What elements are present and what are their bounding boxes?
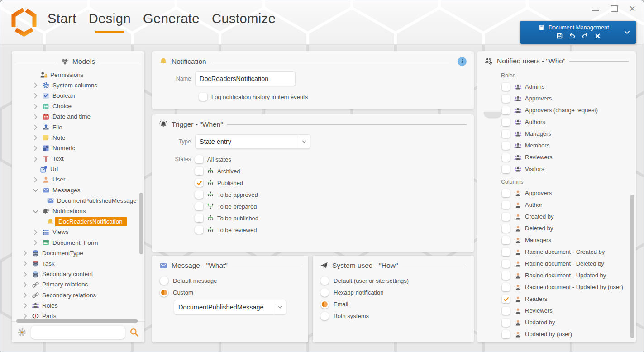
tree-item-views[interactable]: Views (12, 227, 144, 238)
tree-item-url[interactable]: Url (12, 164, 144, 175)
notified-users-header: Notified users - "Who" (477, 51, 636, 65)
undo-icon[interactable] (569, 33, 576, 39)
system-radio[interactable] (320, 312, 329, 320)
column-checkbox[interactable] (502, 236, 510, 244)
role-checkbox[interactable] (502, 165, 510, 173)
column-checkbox[interactable] (502, 330, 510, 338)
message-dropdown[interactable]: DocumentPublishedMessage (174, 300, 286, 314)
tree-item-user[interactable]: User (12, 175, 144, 185)
tree-item-file[interactable]: File (12, 122, 144, 133)
tree-item-roles[interactable]: Roles (12, 300, 144, 311)
tree-item-label: User (52, 175, 68, 184)
tree-item-task[interactable]: Task (12, 258, 144, 269)
column-checkbox[interactable] (502, 201, 510, 209)
tree-item-notifications[interactable]: Notifications (12, 206, 144, 216)
search-input[interactable] (31, 326, 125, 339)
tree-item-primary-relations[interactable]: Primary relations (12, 280, 144, 290)
tree-item-messages[interactable]: Messages (12, 185, 144, 195)
person-icon (514, 260, 522, 268)
column-checkbox[interactable] (502, 319, 510, 327)
doc-widget-actions (520, 31, 636, 39)
role-checkbox[interactable] (502, 95, 510, 103)
menu-customize[interactable]: Customize (212, 11, 276, 33)
dropdown-button[interactable] (298, 135, 310, 148)
role-checkbox[interactable] (502, 153, 510, 162)
menu-start[interactable]: Start (48, 11, 76, 33)
vertical-scrollbar[interactable] (139, 193, 143, 254)
dropdown-button[interactable] (274, 300, 286, 314)
tree-item-boolean[interactable]: Boolean (12, 90, 144, 101)
role-checkbox[interactable] (502, 106, 510, 114)
column-checkbox[interactable] (502, 295, 510, 303)
tree-item-documentpublishedmessage[interactable]: DocumentPublishedMessage (12, 195, 144, 206)
state-checkbox[interactable] (195, 202, 203, 210)
tree-item-date-and-time[interactable]: Date and time (12, 112, 144, 122)
note-icon (42, 134, 50, 142)
state-checkbox[interactable] (195, 167, 203, 175)
system-radio[interactable] (320, 300, 329, 309)
state-checkbox[interactable] (195, 226, 203, 234)
column-checkbox[interactable] (502, 283, 510, 291)
menu-design[interactable]: Design (89, 11, 131, 33)
tree-item-label: Document_Form (52, 238, 101, 247)
message-radio[interactable] (160, 276, 168, 285)
column-label: Approvers (525, 189, 552, 197)
tree-item-numeric[interactable]: Numeric (12, 143, 144, 153)
tree-item-secondary-relations[interactable]: Secondary relations (12, 290, 144, 300)
maximize-button[interactable] (610, 5, 618, 13)
column-checkbox[interactable] (502, 307, 510, 315)
menu-generate[interactable]: Generate (143, 11, 200, 33)
message-radio[interactable] (160, 288, 168, 297)
column-checkbox[interactable] (502, 248, 510, 256)
tree-item-label: Primary relations (42, 280, 91, 289)
column-checkbox[interactable] (502, 260, 510, 268)
search-icon[interactable] (129, 328, 139, 337)
tree-item-secondary-content[interactable]: Secondary content (12, 269, 144, 280)
role-label: Visitors (525, 165, 544, 173)
column-checkbox[interactable] (502, 271, 510, 280)
column-checkbox[interactable] (502, 213, 510, 221)
role-checkbox[interactable] (502, 83, 510, 91)
name-field[interactable] (195, 71, 296, 86)
role-checkbox[interactable] (502, 118, 510, 126)
chevron-right-icon (21, 291, 29, 299)
column-checkbox[interactable] (502, 224, 510, 233)
tree-item-permissions[interactable]: Permissions (12, 70, 144, 80)
role-checkbox[interactable] (502, 142, 510, 150)
chevron-down-icon[interactable] (624, 29, 630, 36)
role-checkbox[interactable] (502, 130, 510, 138)
tree-item-document-form[interactable]: Document_Form (12, 238, 144, 248)
tree-item-system-columns[interactable]: System columns (12, 80, 144, 90)
minimize-button[interactable] (591, 5, 599, 13)
chevron-right-icon (32, 124, 39, 131)
tree-item-label: Text (52, 154, 67, 163)
log-history-checkbox[interactable] (199, 93, 207, 101)
state-row-to-be-prepared: To be prepared (195, 202, 258, 210)
state-checkbox[interactable] (195, 179, 203, 187)
tree-item-label: File (52, 123, 65, 132)
column-checkbox[interactable] (502, 189, 510, 197)
save-icon[interactable] (556, 33, 563, 39)
tree-item-documenttype[interactable]: DocumentType (12, 248, 144, 258)
info-icon[interactable]: i (458, 57, 467, 66)
system-radio[interactable] (320, 276, 329, 285)
close-icon[interactable] (594, 33, 601, 39)
redo-icon[interactable] (582, 33, 588, 39)
gear-icon[interactable] (17, 328, 27, 337)
divider (16, 62, 57, 62)
trigger-type-dropdown[interactable]: State entry (195, 134, 310, 149)
system-radio[interactable] (320, 288, 329, 297)
horizontal-scrollbar[interactable] (16, 319, 138, 323)
tree-item-choice[interactable]: Choice (12, 101, 144, 112)
person-icon (514, 272, 522, 280)
close-window-button[interactable]: × (628, 5, 636, 13)
state-checkbox[interactable] (195, 214, 203, 222)
state-checkbox[interactable] (195, 155, 203, 163)
tree-item-note[interactable]: Note (12, 133, 144, 143)
state-checkbox[interactable] (195, 190, 203, 199)
role-row-admins: Admins (502, 83, 630, 91)
vertical-scrollbar[interactable] (630, 195, 634, 338)
column-row-updated-by-user: Updated by (user) (502, 330, 630, 338)
tree-item-docreadersnotification[interactable]: DocReadersNotification (12, 217, 144, 227)
tree-item-text[interactable]: Text (12, 154, 144, 164)
